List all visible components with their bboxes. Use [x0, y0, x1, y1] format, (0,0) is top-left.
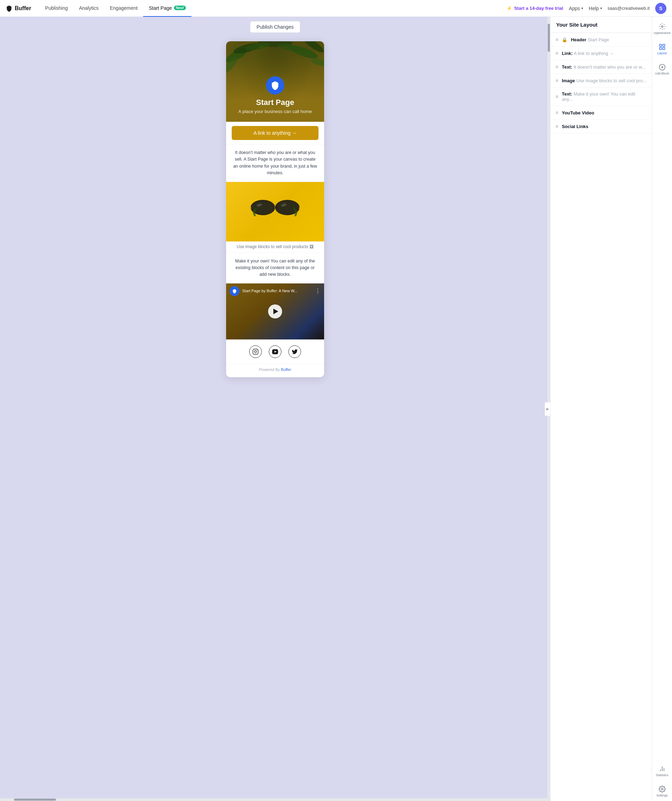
trial-button[interactable]: Start a 14-day free trial: [506, 6, 563, 11]
panel-item-social[interactable]: ≡ Social Links: [551, 120, 652, 134]
powered-by-link[interactable]: Buffer: [281, 367, 291, 372]
image-caption: Use image blocks to sell cool products 🖼: [226, 241, 324, 253]
svg-point-19: [255, 351, 256, 353]
topnav: Buffer Publishing Analytics Engagement S…: [0, 0, 672, 17]
panel-item-image[interactable]: ≡ Image Use image blocks to sell cool pr…: [551, 74, 652, 87]
sidebar-item-layout[interactable]: Layout: [652, 40, 672, 59]
panel-item-youtube-text: YouTube Video: [562, 110, 647, 116]
drag-handle-icon: ≡: [556, 124, 558, 129]
publish-bar: Publish Changes: [250, 21, 300, 33]
drag-handle-icon: ≡: [556, 94, 558, 100]
panel-item-text2-text: Text: Make it your own! You can edit any…: [562, 91, 647, 102]
drag-handle-icon: ≡: [556, 64, 558, 70]
svg-rect-24: [659, 47, 661, 49]
nav-links: Publishing Analytics Engagement Start Pa…: [40, 0, 506, 17]
drag-handle-icon: ≡: [556, 50, 558, 56]
svg-point-21: [661, 26, 663, 27]
sidebar-item-statistics[interactable]: Statistics: [652, 762, 672, 781]
header-subtitle: A place your business can call home: [231, 108, 319, 115]
text-block-1[interactable]: It doesn't matter who you are or what yo…: [226, 144, 324, 182]
nav-publishing[interactable]: Publishing: [40, 0, 74, 17]
nav-startpage[interactable]: Start Page New!: [143, 0, 192, 17]
phone-card: Start Page A place your business can cal…: [226, 41, 324, 377]
panel-item-text1[interactable]: ≡ Text: It doesn't matter who you are or…: [551, 60, 652, 74]
twitter-icon[interactable]: [288, 346, 301, 358]
panel-title: Your Site Layout: [551, 17, 652, 33]
video-channel-icon: [230, 286, 239, 296]
avatar[interactable]: S: [655, 3, 666, 14]
panel-item-header[interactable]: ≡ 🔒 Header Start Page: [551, 33, 652, 47]
add-block-label: Add Block: [655, 72, 669, 76]
link-button[interactable]: A link to anything →: [232, 126, 319, 140]
link-block[interactable]: A link to anything →: [226, 122, 324, 144]
appearance-label: Appearance: [653, 31, 670, 35]
bottom-scroll-thumb: [14, 799, 56, 801]
header-logo-icon: [266, 76, 284, 95]
panel-item-link[interactable]: ≡ Link: A link to anything →: [551, 47, 652, 60]
settings-icon: [659, 786, 666, 793]
sidebar-item-appearance[interactable]: Appearance: [652, 19, 672, 39]
lock-icon: 🔒: [562, 37, 567, 42]
powered-by: Powered By Buffer: [226, 364, 324, 377]
preview-area: Publish Changes: [0, 17, 550, 801]
settings-label: Settings: [656, 794, 668, 798]
svg-rect-23: [662, 44, 665, 46]
panel-item-text2[interactable]: ≡ Text: Make it your own! You can edit a…: [551, 87, 652, 106]
apps-menu[interactable]: Apps: [569, 6, 583, 11]
video-play-button[interactable]: [268, 304, 282, 318]
panel-item-text1-text: Text: It doesn't matter who you are or w…: [562, 64, 647, 70]
layout-icon: [659, 43, 666, 50]
sunglasses-image: [247, 192, 303, 220]
publish-button[interactable]: Publish Changes: [250, 21, 300, 33]
add-block-icon: [659, 64, 666, 71]
nav-analytics[interactable]: Analytics: [74, 0, 104, 17]
svg-rect-22: [659, 44, 661, 46]
svg-rect-25: [662, 47, 665, 49]
drag-handle-icon: ≡: [556, 110, 558, 116]
video-title: Start Page by Buffer: A New W...: [242, 288, 312, 293]
svg-point-32: [661, 788, 663, 790]
header-title: Start Page: [256, 98, 294, 107]
nav-engagement[interactable]: Engagement: [104, 0, 143, 17]
logo[interactable]: Buffer: [6, 5, 31, 12]
sidebar-icons: Appearance Layout Add Block: [652, 17, 672, 801]
panel-item-youtube[interactable]: ≡ YouTube Video: [551, 106, 652, 120]
instagram-icon[interactable]: [249, 346, 262, 358]
image-placeholder: [226, 182, 324, 241]
user-email: saas@creativeweb.it: [608, 6, 649, 11]
video-menu-icon[interactable]: ⋮: [315, 288, 321, 294]
social-block: [226, 339, 324, 364]
header-block[interactable]: Start Page A place your business can cal…: [226, 41, 324, 122]
svg-point-10: [253, 202, 272, 213]
scroll-thumb: [548, 24, 550, 52]
main-layout: Publish Changes: [0, 17, 672, 801]
video-block[interactable]: Start Page by Buffer: A New W... ⋮: [226, 283, 324, 339]
panel-item-image-text: Image Use image blocks to sell cool pro.…: [562, 78, 647, 83]
text-block-2[interactable]: Make it your own! You can edit any of th…: [226, 253, 324, 283]
collapse-panel-button[interactable]: ▶: [545, 402, 550, 416]
panel-item-header-text: Header Start Page: [571, 37, 647, 42]
sidebar-item-add-block[interactable]: Add Block: [652, 60, 672, 79]
youtube-icon[interactable]: [269, 346, 281, 358]
svg-point-20: [256, 350, 257, 351]
right-panel: Your Site Layout ≡ 🔒 Header Start Page ≡…: [550, 17, 652, 801]
layout-label: Layout: [657, 51, 667, 55]
statistics-icon: [659, 765, 666, 772]
sidebar-item-settings[interactable]: Settings: [652, 782, 672, 801]
help-menu[interactable]: Help: [589, 6, 602, 11]
topnav-right: Start a 14-day free trial Apps Help saas…: [506, 3, 666, 14]
panel-item-social-text: Social Links: [562, 124, 647, 129]
new-badge: New!: [174, 6, 186, 10]
statistics-label: Statistics: [656, 774, 668, 777]
svg-point-13: [277, 202, 297, 213]
video-player: Start Page by Buffer: A New W... ⋮: [226, 283, 324, 339]
video-header: Start Page by Buffer: A New W... ⋮: [226, 283, 324, 299]
svg-rect-18: [253, 349, 258, 354]
image-block[interactable]: Use image blocks to sell cool products 🖼: [226, 182, 324, 253]
bottom-scroll-track[interactable]: [0, 798, 550, 801]
panel-item-link-text: Link: A link to anything →: [562, 51, 647, 56]
drag-handle-icon: ≡: [556, 37, 558, 42]
drag-handle-icon: ≡: [556, 78, 558, 83]
appearance-icon: [659, 23, 666, 30]
